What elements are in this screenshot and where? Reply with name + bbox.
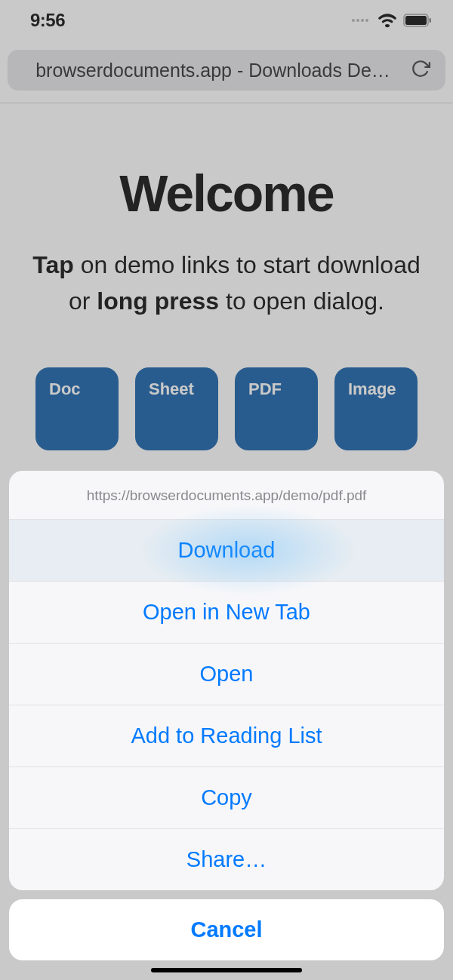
- action-sheet-group: https://browserdocuments.app/demo/pdf.pd…: [9, 471, 444, 890]
- sheet-header-url: https://browserdocuments.app/demo/pdf.pd…: [9, 471, 444, 520]
- sheet-item-reading-list[interactable]: Add to Reading List: [9, 705, 444, 767]
- action-sheet: https://browserdocuments.app/demo/pdf.pd…: [0, 471, 453, 980]
- cancel-button[interactable]: Cancel: [9, 899, 444, 960]
- sheet-item-share[interactable]: Share…: [9, 829, 444, 890]
- sheet-item-open[interactable]: Open: [9, 644, 444, 705]
- sheet-item-new-tab[interactable]: Open in New Tab: [9, 582, 444, 644]
- home-indicator[interactable]: [151, 968, 302, 972]
- sheet-item-copy[interactable]: Copy: [9, 767, 444, 829]
- sheet-item-download[interactable]: Download: [9, 520, 444, 582]
